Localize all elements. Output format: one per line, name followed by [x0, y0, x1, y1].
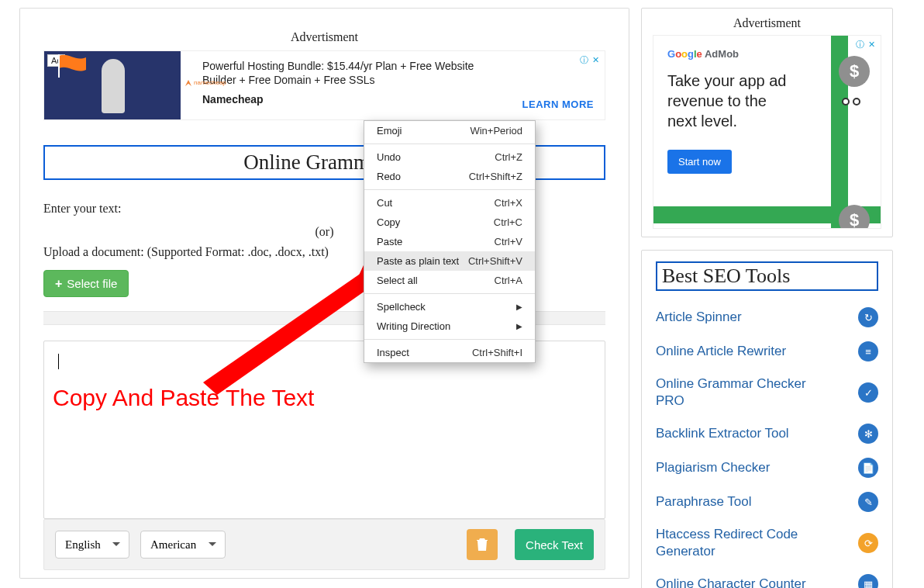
tool-row: Online Character Counter▦ [656, 567, 878, 588]
context-menu-item[interactable]: Spellcheck▶ [364, 297, 535, 316]
context-menu-separator [364, 293, 535, 294]
tool-row: Htaccess Redirect Code Generator⟳ [656, 519, 878, 567]
context-menu-item[interactable]: RedoCtrl+Shift+Z [364, 167, 535, 186]
tool-icon: ▦ [858, 574, 878, 588]
context-menu-item-label: Writing Direction [377, 320, 450, 332]
context-menu-item-label: Emoji [377, 125, 402, 137]
tool-icon: ↻ [858, 307, 878, 327]
context-menu-item-label: Paste as plain text [377, 255, 459, 267]
seo-tools-list: Article Spinner↻Online Article Rewriter≡… [656, 300, 878, 588]
clear-button[interactable] [467, 529, 498, 560]
context-menu-item[interactable]: CopyCtrl+C [364, 213, 535, 232]
tool-icon: ≡ [858, 341, 878, 361]
context-menu-shortcut: Win+Period [470, 125, 522, 137]
chevron-right-icon: ▶ [516, 322, 522, 330]
eyes-icon [842, 98, 864, 109]
tool-link[interactable]: Online Article Rewriter [656, 343, 786, 360]
text-editor[interactable] [43, 341, 605, 519]
tool-icon: ✻ [858, 424, 878, 444]
tool-row: Plagiarism Checker📄 [656, 451, 878, 485]
tool-link[interactable]: Htaccess Redirect Code Generator [656, 526, 826, 560]
sidebar-ad-card: Advertisment ⓘ ✕ Google AdMob Take your … [641, 8, 893, 237]
sidebar-ad-label: Advertisment [653, 16, 881, 30]
bottom-toolbar: English American Check Text [43, 519, 605, 570]
ad-label: Advertisment [43, 30, 605, 44]
context-menu-item-label: Cut [377, 197, 392, 209]
brand-logo: namecheap [185, 79, 226, 86]
context-menu-shortcut: Ctrl+C [494, 216, 522, 228]
context-menu-item[interactable]: Paste as plain textCtrl+Shift+V [364, 251, 535, 271]
context-menu-shortcut: Ctrl+V [495, 236, 522, 247]
seo-tools-card: Best SEO Tools Article Spinner↻Online Ar… [641, 250, 893, 588]
main-card: Advertisment Ad namecheap Powerful Hosti… [19, 8, 629, 579]
tool-row: Online Article Rewriter≡ [656, 334, 878, 368]
context-menu-item-label: Redo [377, 171, 401, 182]
tool-link[interactable]: Online Grammar Checker PRO [656, 375, 826, 410]
tool-icon: ✓ [858, 382, 878, 403]
context-menu-item-label: Spellcheck [377, 301, 426, 313]
context-menu-separator [364, 144, 535, 144]
context-menu-item-label: Inspect [377, 347, 409, 358]
tool-icon: 📄 [858, 458, 878, 478]
tool-icon: ⟳ [858, 533, 878, 553]
context-menu-item[interactable]: EmojiWin+Period [364, 121, 535, 140]
coin-icon: $ [839, 56, 870, 87]
admob-cta[interactable]: Start now [667, 150, 732, 174]
context-menu-item[interactable]: InspectCtrl+Shift+I [364, 343, 535, 362]
flag-graphic [58, 54, 98, 78]
ad-choices-icons[interactable]: ⓘ ✕ [580, 54, 600, 66]
context-menu-item[interactable]: Select allCtrl+A [364, 271, 535, 290]
ad-banner[interactable]: Ad namecheap Powerful Hosting Bundle: $1… [43, 50, 605, 120]
context-menu-item-label: Select all [377, 275, 418, 286]
tool-row: Article Spinner↻ [656, 300, 878, 334]
svg-rect-0 [58, 54, 60, 78]
select-file-button[interactable]: + Select file [43, 270, 129, 297]
rocket-graphic [102, 59, 125, 113]
chevron-right-icon: ▶ [516, 303, 522, 311]
tool-link[interactable]: Online Character Counter [656, 576, 806, 588]
ad-title: Powerful Hosting Bundle: $15.44/yr Plan … [202, 59, 481, 87]
select-file-label: Select file [67, 277, 117, 290]
context-menu-item[interactable]: CutCtrl+X [364, 193, 535, 213]
context-menu-item-label: Copy [377, 216, 400, 228]
language-select[interactable]: English [55, 531, 129, 559]
tool-link[interactable]: Plagiarism Checker [656, 459, 770, 476]
tool-row: Paraphrase Tool✎ [656, 485, 878, 519]
plus-icon: + [55, 278, 62, 290]
context-menu-item[interactable]: PasteCtrl+V [364, 232, 535, 251]
text-cursor [58, 354, 59, 369]
context-menu-item-label: Undo [377, 151, 401, 163]
context-menu-shortcut: Ctrl+X [495, 197, 522, 209]
seo-tools-title: Best SEO Tools [656, 261, 878, 291]
tool-link[interactable]: Backlink Extractor Tool [656, 425, 789, 442]
context-menu-shortcut: Ctrl+Shift+V [468, 255, 522, 267]
admob-ad[interactable]: ⓘ ✕ Google AdMob Take your app ad revenu… [653, 35, 881, 229]
tool-row: Backlink Extractor Tool✻ [656, 417, 878, 451]
context-menu-separator [364, 339, 535, 340]
context-menu-shortcut: Ctrl+Z [495, 151, 522, 163]
ad-cta[interactable]: LEARN MORE [522, 99, 594, 110]
variant-select[interactable]: American [140, 531, 226, 559]
ad-choices-icons[interactable]: ⓘ ✕ [856, 39, 876, 50]
context-menu-item[interactable]: Writing Direction▶ [364, 316, 535, 336]
context-menu-item[interactable]: UndoCtrl+Z [364, 147, 535, 167]
context-menu-separator [364, 189, 535, 190]
context-menu[interactable]: EmojiWin+PeriodUndoCtrl+ZRedoCtrl+Shift+… [364, 120, 536, 363]
context-menu-shortcut: Ctrl+A [495, 275, 522, 286]
tool-link[interactable]: Paraphrase Tool [656, 493, 752, 510]
tool-link[interactable]: Article Spinner [656, 309, 742, 326]
context-menu-shortcut: Ctrl+Shift+Z [469, 171, 522, 182]
check-text-button[interactable]: Check Text [515, 529, 594, 560]
ad-illustration: Ad [44, 51, 181, 120]
tool-icon: ✎ [858, 492, 878, 512]
context-menu-shortcut: Ctrl+Shift+I [472, 347, 522, 358]
admob-headline: Take your app ad revenue to the next lev… [667, 71, 799, 131]
trash-icon [476, 538, 488, 552]
context-menu-item-label: Paste [377, 236, 402, 247]
tool-row: Online Grammar Checker PRO✓ [656, 368, 878, 417]
